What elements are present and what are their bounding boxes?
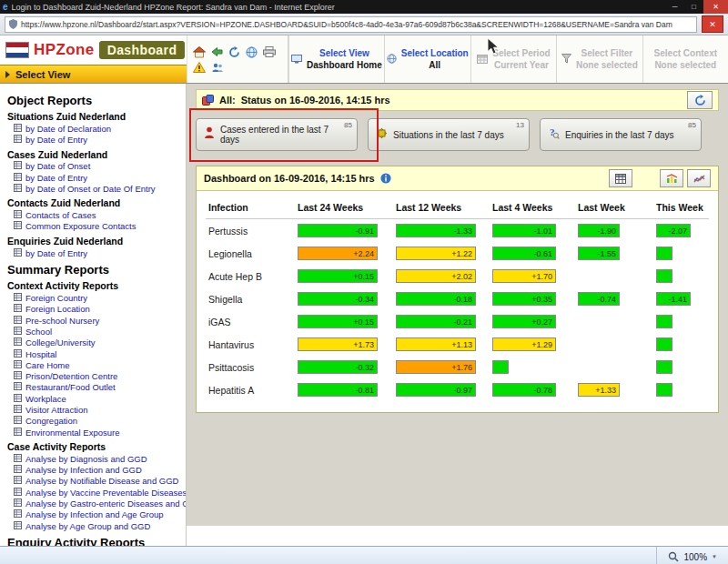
trend-cell-hepatitis-a-2[interactable]: -0.78 bbox=[492, 383, 556, 397]
trend-cell-hepatitis-a-4[interactable] bbox=[656, 383, 672, 397]
trend-cell-hepatitis-a-0[interactable]: -0.81 bbox=[298, 383, 378, 397]
report-grid-icon bbox=[14, 405, 22, 415]
report-link-workplace[interactable]: Workplace bbox=[14, 393, 186, 404]
trend-cell-psittacosis-0[interactable]: -0.32 bbox=[298, 360, 378, 374]
trend-cell-legionella-0[interactable]: +2.24 bbox=[298, 247, 378, 260]
zoom-control[interactable]: 100% ▼ bbox=[656, 547, 728, 564]
back-icon[interactable] bbox=[211, 46, 223, 58]
maximize-button[interactable]: □ bbox=[684, 0, 703, 14]
trend-cell-pertussis-0[interactable]: -0.91 bbox=[298, 224, 378, 237]
sidebar-heading-enquiry-activity-reports: Enquiry Activity Reports bbox=[7, 536, 186, 546]
refresh-icon[interactable] bbox=[228, 46, 240, 58]
trend-cell-shigella-4[interactable]: -1.41 bbox=[656, 292, 691, 306]
info-icon[interactable] bbox=[380, 173, 391, 184]
combo-chart-button[interactable] bbox=[660, 169, 683, 187]
trend-cell-hantavirus-0[interactable]: +1.73 bbox=[298, 337, 378, 351]
trend-cell-hantavirus-4[interactable] bbox=[656, 337, 672, 351]
trend-cell-acute-hep-b-2[interactable]: +1.70 bbox=[492, 269, 556, 283]
trend-cell-pertussis-2[interactable]: -1.01 bbox=[492, 224, 556, 237]
trend-cell-shigella-3[interactable]: -0.74 bbox=[578, 292, 620, 306]
report-link-by-date-of-onset-or-date-of-entry[interactable]: by Date of Onset or Date Of Entry bbox=[14, 183, 186, 194]
trend-cell-igas-2[interactable]: +0.27 bbox=[492, 315, 556, 328]
report-link-visitor-attraction[interactable]: Visitor Attraction bbox=[14, 404, 186, 415]
trend-cell-psittacosis-1[interactable]: +1.76 bbox=[396, 360, 476, 374]
summary-card-situations-in-the-last-7-days[interactable]: Situations in the last 7 days 13 bbox=[368, 118, 530, 151]
report-grid-icon bbox=[14, 428, 22, 438]
report-link-by-date-of-entry[interactable]: by Date of Entry bbox=[14, 247, 186, 258]
trend-cell-shigella-1[interactable]: -0.18 bbox=[396, 292, 476, 306]
report-link-analyse-by-infection-and-age-group[interactable]: Analyse by Infection and Age Group bbox=[14, 509, 186, 520]
warning-icon[interactable] bbox=[193, 62, 206, 73]
trend-cell-acute-hep-b-0[interactable]: +0.15 bbox=[298, 269, 378, 283]
report-link-analyse-by-vaccine-preventable-diseases-and-g[interactable]: Analyse by Vaccine Preventable Diseases … bbox=[14, 487, 186, 498]
url-input[interactable]: https://www.hpzone.nl/Dashboard2/start.a… bbox=[5, 16, 697, 33]
table-view-button[interactable] bbox=[609, 169, 632, 187]
report-link-contacts-of-cases[interactable]: Contacts of Cases bbox=[14, 209, 186, 220]
summary-card-cases-entered-in-the-last-7-days[interactable]: Cases entered in the last 7 days 85 bbox=[196, 118, 358, 151]
trend-cell-igas-4[interactable] bbox=[656, 315, 672, 328]
report-link-care-home[interactable]: Care Home bbox=[14, 359, 186, 370]
trend-cell-hepatitis-a-1[interactable]: -0.97 bbox=[396, 383, 476, 397]
report-grid-icon bbox=[14, 124, 22, 134]
trend-cell-shigella-2[interactable]: +0.35 bbox=[492, 292, 556, 306]
trend-cell-legionella-3[interactable]: -1.55 bbox=[578, 247, 620, 260]
status-strip: All: Status on 16-09-2016, 14:15 hrs bbox=[196, 89, 719, 111]
trend-cell-hepatitis-a-3[interactable]: +1.33 bbox=[578, 383, 620, 397]
report-link-analyse-by-gastro-enteric-diseases-and-ggd[interactable]: Analyse by Gastro-enteric Diseases and G… bbox=[14, 498, 186, 509]
report-link-by-date-of-declaration[interactable]: by Date of Declaration bbox=[14, 123, 186, 134]
report-link-analyse-by-age-group-and-ggd[interactable]: Analyse by Age Group and GGD bbox=[14, 520, 186, 531]
browser-toolbar bbox=[187, 35, 288, 83]
trend-cell-psittacosis-4[interactable] bbox=[656, 360, 672, 374]
line-chart-button[interactable] bbox=[687, 169, 711, 187]
sidebar-heading-summary-reports: Summary Reports bbox=[7, 263, 186, 277]
report-link-analyse-by-notifiable-disease-and-ggd[interactable]: Analyse by Notifiable Disease and GGD bbox=[14, 476, 186, 487]
trend-cell-legionella-1[interactable]: +1.22 bbox=[396, 247, 476, 260]
trend-cell-igas-0[interactable]: +0.15 bbox=[298, 315, 378, 328]
report-link-hospital[interactable]: Hospital bbox=[14, 348, 186, 359]
report-link-foreign-country[interactable]: Foreign Country bbox=[14, 292, 186, 303]
trend-cell-legionella-4[interactable] bbox=[656, 247, 672, 260]
minimize-button[interactable]: ─ bbox=[665, 0, 684, 14]
nav-select-location[interactable]: Select Location All bbox=[384, 35, 470, 83]
trend-cell-acute-hep-b-1[interactable]: +2.02 bbox=[396, 269, 476, 283]
report-link-analyse-by-diagnosis-and-ggd[interactable]: Analyse by Diagnosis and GGD bbox=[14, 453, 186, 464]
report-link-common-exposure-contacts[interactable]: Common Exposure Contacts bbox=[14, 221, 186, 232]
home-icon[interactable] bbox=[193, 46, 206, 58]
report-link-environmental-exposure[interactable]: Environmental Exposure bbox=[14, 427, 186, 438]
report-link-college-university[interactable]: College/University bbox=[14, 337, 186, 348]
trend-cell-hantavirus-1[interactable]: +1.13 bbox=[396, 337, 476, 351]
report-link-analyse-by-infection-and-ggd[interactable]: Analyse by Infection and GGD bbox=[14, 465, 186, 476]
report-link-by-date-of-onset[interactable]: by Date of Onset bbox=[14, 161, 186, 172]
browser-status-bar: 100% ▼ bbox=[0, 546, 728, 564]
report-link-by-date-of-entry[interactable]: by Date of Entry bbox=[14, 172, 186, 183]
trend-cell-shigella-0[interactable]: -0.34 bbox=[298, 292, 378, 306]
trend-cell-igas-1[interactable]: -0.21 bbox=[396, 315, 476, 328]
ie-icon: e bbox=[3, 3, 8, 12]
close-button[interactable]: ✕ bbox=[703, 0, 728, 14]
select-view-bar[interactable]: Select View bbox=[0, 65, 187, 83]
report-link-school[interactable]: School bbox=[14, 326, 186, 337]
report-link-congregation[interactable]: Congregation bbox=[14, 416, 186, 427]
trend-cell-pertussis-3[interactable]: -1.90 bbox=[578, 224, 620, 237]
report-link-restaurant-food-outlet[interactable]: Restaurant/Food Outlet bbox=[14, 382, 186, 393]
table-row: Pertussis-0.91-1.33-1.01-1.90-2.07 bbox=[206, 219, 709, 243]
trend-cell-acute-hep-b-4[interactable] bbox=[656, 269, 672, 283]
trend-cell-hantavirus-2[interactable]: +1.29 bbox=[492, 337, 556, 351]
report-link-foreign-location[interactable]: Foreign Location bbox=[14, 304, 186, 315]
globe-icon[interactable] bbox=[246, 46, 258, 58]
trend-cell-pertussis-1[interactable]: -1.33 bbox=[396, 224, 476, 237]
people-icon[interactable] bbox=[211, 62, 224, 73]
trend-cell-pertussis-4[interactable]: -2.07 bbox=[656, 224, 691, 237]
trend-cell-psittacosis-2[interactable] bbox=[492, 360, 509, 374]
card-label: Enquiries in the last 7 days bbox=[565, 130, 674, 140]
report-link-prison-detention-centre[interactable]: Prison/Detention Centre bbox=[14, 370, 186, 381]
stop-button[interactable]: ✕ bbox=[702, 15, 723, 33]
nav-select-view[interactable]: Select View Dashboard Home bbox=[288, 35, 384, 83]
printer-icon[interactable] bbox=[263, 46, 276, 58]
report-link-by-date-of-entry[interactable]: by Date of Entry bbox=[14, 134, 186, 145]
trend-cell-legionella-2[interactable]: -0.61 bbox=[492, 247, 556, 260]
infection-name: Legionella bbox=[206, 242, 295, 265]
refresh-status-button[interactable] bbox=[687, 91, 713, 109]
report-link-pre-school-nursery[interactable]: Pre-school Nursery bbox=[14, 315, 186, 326]
summary-card-enquiries-in-the-last-7-days[interactable]: ? Enquiries in the last 7 days 85 bbox=[540, 118, 702, 151]
